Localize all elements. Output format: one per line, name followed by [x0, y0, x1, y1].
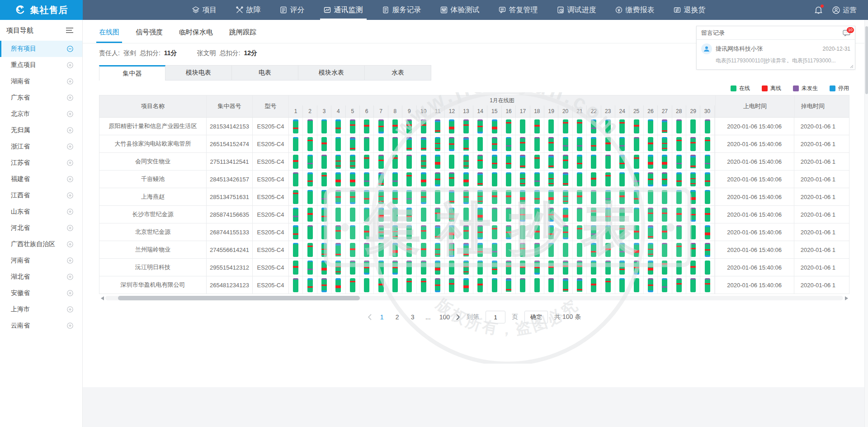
day-cell[interactable] [346, 118, 360, 135]
day-cell[interactable] [331, 153, 345, 170]
notification-bell-button[interactable] [815, 6, 822, 14]
day-cell[interactable] [459, 171, 473, 188]
day-cell[interactable] [402, 259, 416, 276]
day-cell[interactable] [487, 223, 501, 241]
day-cell[interactable] [289, 118, 303, 135]
sidebar-item-所有项目[interactable]: 所有项目 [0, 41, 82, 57]
day-cell[interactable] [658, 171, 672, 188]
day-cell[interactable] [502, 188, 516, 205]
day-cell[interactable] [601, 241, 615, 258]
day-cell[interactable] [601, 171, 615, 188]
day-cell[interactable] [417, 241, 431, 258]
day-cell[interactable] [459, 223, 473, 241]
day-cell[interactable] [672, 223, 686, 241]
day-cell[interactable] [573, 206, 587, 223]
page-number-1[interactable]: 1 [378, 313, 386, 321]
plus-circle-icon[interactable] [67, 143, 73, 150]
sidebar-item-重点项目[interactable]: 重点项目 [0, 57, 82, 73]
day-cell[interactable] [672, 135, 686, 152]
day-cell[interactable] [629, 171, 643, 188]
day-cell[interactable] [289, 223, 303, 241]
sidebar-item-浙江省[interactable]: 浙江省 [0, 138, 82, 155]
tab-信号强度[interactable]: 信号强度 [136, 28, 163, 43]
day-cell[interactable] [473, 259, 487, 276]
day-cell[interactable] [530, 259, 544, 276]
day-cell[interactable] [700, 259, 714, 276]
nav-item-调试进度[interactable]: 调试进度 [551, 0, 603, 20]
day-cell[interactable] [445, 241, 459, 258]
day-cell[interactable] [700, 135, 714, 152]
day-cell[interactable] [473, 188, 487, 205]
day-cell[interactable] [544, 118, 558, 135]
scrollbar-track[interactable] [105, 296, 843, 300]
day-cell[interactable] [644, 241, 658, 258]
day-cell[interactable] [289, 153, 303, 170]
day-cell[interactable] [558, 206, 572, 223]
nav-item-通讯监测[interactable]: 通讯监测 [317, 0, 369, 20]
day-cell[interactable] [331, 171, 345, 188]
day-cell[interactable] [686, 241, 700, 258]
day-cell[interactable] [658, 206, 672, 223]
day-cell[interactable] [487, 153, 501, 170]
day-cell[interactable] [317, 241, 331, 258]
day-cell[interactable] [402, 241, 416, 258]
day-cell[interactable] [331, 241, 345, 258]
day-cell[interactable] [346, 259, 360, 276]
day-cell[interactable] [644, 135, 658, 152]
day-cell[interactable] [346, 171, 360, 188]
sidebar-item-江苏省[interactable]: 江苏省 [0, 155, 82, 171]
day-cell[interactable] [516, 241, 530, 258]
next-page-icon[interactable] [456, 314, 460, 320]
nav-item-项目[interactable]: 项目 [186, 0, 223, 20]
day-cell[interactable] [629, 206, 643, 223]
day-cell[interactable] [473, 276, 487, 294]
day-cell[interactable] [431, 135, 445, 152]
day-cell[interactable] [331, 135, 345, 152]
day-cell[interactable] [473, 153, 487, 170]
day-cell[interactable] [431, 223, 445, 241]
day-cell[interactable] [629, 135, 643, 152]
day-cell[interactable] [431, 188, 445, 205]
day-cell[interactable] [658, 241, 672, 258]
day-cell[interactable] [502, 259, 516, 276]
day-cell[interactable] [530, 153, 544, 170]
day-cell[interactable] [303, 135, 317, 152]
day-cell[interactable] [402, 206, 416, 223]
sidebar-item-云南省[interactable]: 云南省 [0, 318, 82, 334]
plus-circle-icon[interactable] [67, 62, 73, 68]
day-cell[interactable] [644, 206, 658, 223]
day-cell[interactable] [516, 259, 530, 276]
sidebar-item-广西壮族自治区[interactable]: 广西壮族自治区 [0, 236, 82, 252]
day-cell[interactable] [601, 135, 615, 152]
day-cell[interactable] [360, 153, 374, 170]
day-cell[interactable] [445, 135, 459, 152]
day-cell[interactable] [303, 276, 317, 294]
cell-project-name[interactable]: 上海燕赵 [99, 188, 207, 205]
day-cell[interactable] [672, 153, 686, 170]
cell-project-name[interactable]: 深圳市华盈机电有限公司 [99, 276, 207, 294]
day-cell[interactable] [445, 223, 459, 241]
day-cell[interactable] [700, 241, 714, 258]
day-cell[interactable] [417, 188, 431, 205]
scroll-right-arrow-icon[interactable] [843, 295, 849, 301]
day-cell[interactable] [445, 188, 459, 205]
tab-在线图[interactable]: 在线图 [99, 28, 119, 43]
day-cell[interactable] [388, 171, 402, 188]
sidebar-item-北京市[interactable]: 北京市 [0, 106, 82, 122]
day-cell[interactable] [502, 223, 516, 241]
day-cell[interactable] [502, 241, 516, 258]
day-cell[interactable] [700, 171, 714, 188]
day-cell[interactable] [516, 153, 530, 170]
day-cell[interactable] [644, 171, 658, 188]
day-cell[interactable] [686, 118, 700, 135]
page-number-100[interactable]: 100 [439, 313, 450, 321]
day-cell[interactable] [388, 118, 402, 135]
day-cell[interactable] [360, 259, 374, 276]
day-cell[interactable] [672, 118, 686, 135]
day-cell[interactable] [331, 118, 345, 135]
day-cell[interactable] [658, 276, 672, 294]
day-cell[interactable] [487, 135, 501, 152]
day-cell[interactable] [601, 188, 615, 205]
plus-circle-icon[interactable] [67, 176, 73, 182]
day-cell[interactable] [473, 206, 487, 223]
